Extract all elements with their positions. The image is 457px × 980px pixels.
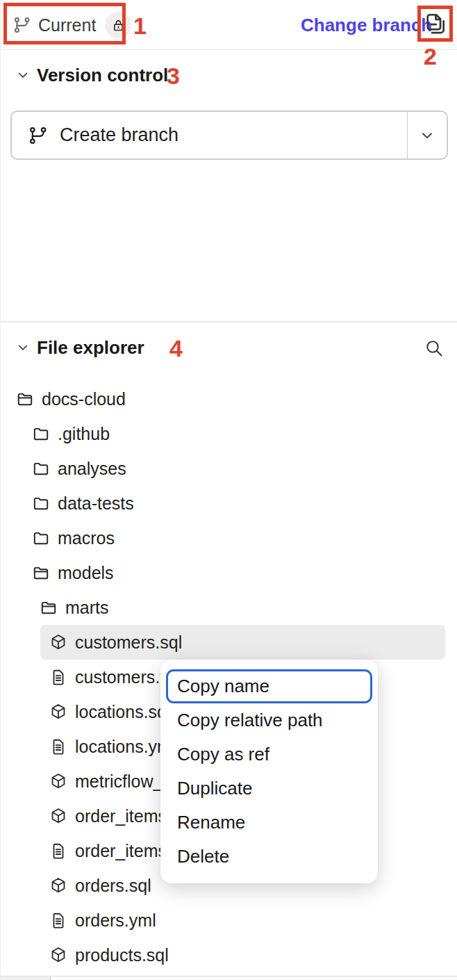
current-branch-label: Current	[38, 15, 96, 35]
ide-sidebar: Current Change branch 1 2 3 4 Version co…	[0, 0, 457, 980]
chevron-down-icon	[419, 128, 435, 143]
tree-item-analyses[interactable]: analyses	[1, 451, 457, 486]
tree-item-orders-yml[interactable]: orders.yml	[1, 903, 457, 938]
version-control-title: Version control	[37, 65, 168, 86]
folder-icon	[32, 494, 50, 512]
model-cube-icon	[49, 807, 67, 825]
version-control-header[interactable]: Version control	[1, 63, 457, 88]
tree-item-label: .github	[58, 424, 110, 444]
menu-item-copy-as-ref[interactable]: Copy as ref	[166, 737, 372, 771]
yaml-file-icon	[49, 668, 67, 686]
tree-item-marts[interactable]: marts	[1, 590, 457, 625]
copy-branch-name-button[interactable]	[423, 11, 448, 36]
menu-item-duplicate[interactable]: Duplicate	[166, 771, 372, 806]
tree-item-label: customers.sql	[75, 632, 182, 653]
bottom-panel-right-segment	[51, 977, 457, 980]
tree-item-label: orders.yml	[75, 910, 156, 931]
tree-item-label: products.sql	[75, 945, 169, 965]
yaml-file-icon	[49, 737, 67, 756]
model-cube-icon	[49, 772, 67, 790]
bottom-panel-left-segment	[1, 977, 51, 980]
file-explorer-header[interactable]: File explorer	[1, 335, 457, 360]
create-branch-label: Create branch	[60, 124, 178, 146]
tree-item-label: analyses	[58, 459, 126, 479]
copy-icon	[423, 11, 448, 36]
model-cube-icon	[49, 946, 67, 964]
create-branch-dropdown-button[interactable]	[408, 112, 447, 158]
tree-item-label: marts	[65, 598, 109, 618]
tree-item-customers-sql[interactable]: customers.sql	[40, 625, 445, 660]
create-branch-button[interactable]: Create branch	[12, 112, 407, 158]
tree-item-label: orders.sql	[75, 876, 151, 896]
tree-item-models[interactable]: models	[1, 555, 457, 590]
yaml-file-icon	[49, 911, 67, 929]
menu-item-rename[interactable]: Rename	[166, 806, 372, 840]
folder-open-icon	[40, 598, 58, 616]
folder-icon	[32, 529, 50, 547]
create-branch-split-button: Create branch	[10, 111, 448, 160]
model-cube-icon	[49, 876, 67, 895]
bottom-panel-edge	[1, 976, 457, 980]
tree-item-label: models	[58, 563, 114, 583]
chevron-down-icon	[16, 68, 30, 82]
tree-item-macros[interactable]: macros	[1, 521, 457, 555]
lock-icon	[111, 18, 126, 33]
chevron-down-icon	[16, 341, 30, 354]
change-branch-link[interactable]: Change branch	[301, 15, 432, 36]
git-branch-icon	[13, 16, 31, 34]
current-branch-selector[interactable]: Current	[13, 10, 131, 40]
tree-item-label: docs-cloud	[42, 389, 126, 409]
file-search-button[interactable]	[422, 336, 446, 360]
file-context-menu: Copy name Copy relative path Copy as ref…	[160, 660, 378, 883]
git-branch-icon	[28, 126, 48, 145]
folder-icon	[32, 425, 50, 443]
model-cube-icon	[49, 633, 67, 651]
menu-item-copy-relative-path[interactable]: Copy relative path	[166, 703, 372, 737]
search-icon	[424, 338, 444, 358]
folder-open-icon	[16, 390, 34, 408]
folder-open-icon	[32, 564, 50, 582]
folder-icon	[32, 459, 50, 477]
section-divider	[1, 321, 457, 322]
menu-item-copy-name[interactable]: Copy name	[166, 669, 372, 703]
tree-item-products-sql[interactable]: products.sql	[1, 938, 457, 972]
tree-item-data-tests[interactable]: data-tests	[1, 486, 457, 521]
model-cube-icon	[49, 703, 67, 721]
tree-item-label: locations.sql	[75, 702, 171, 722]
tree-item-github[interactable]: .github	[1, 416, 457, 451]
file-explorer-title: File explorer	[37, 337, 144, 359]
branch-lock-badge	[105, 12, 131, 38]
tree-item-docs-cloud[interactable]: docs-cloud	[1, 382, 457, 416]
yaml-file-icon	[49, 842, 67, 860]
tree-item-label: macros	[58, 528, 115, 548]
menu-item-delete[interactable]: Delete	[166, 840, 372, 874]
branch-toolbar: Current Change branch	[1, 0, 457, 50]
tree-item-label: data-tests	[58, 493, 134, 514]
